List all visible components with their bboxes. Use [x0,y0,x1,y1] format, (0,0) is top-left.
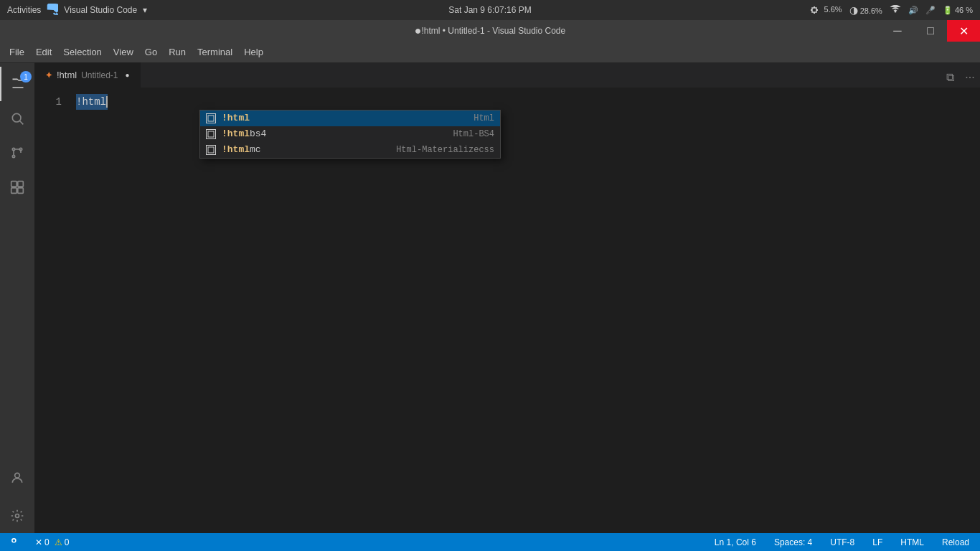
editor-area: ✦ !html Untitled-1 ● ⧉ ··· 1 !html [34,63,980,533]
system-bar: Activities Visual Studio Code ▾ Sat Jan … [0,0,980,20]
error-count: 0 [44,537,50,547]
wifi-icon [890,5,901,15]
svg-rect-18 [208,147,214,153]
menu-go[interactable]: Go [139,44,163,60]
microphone-icon: 🎤 [925,6,936,15]
svg-rect-2 [816,9,818,11]
autocomplete-match-html: !html [222,113,250,123]
autocomplete-match-htmlmc: !html [222,144,250,155]
svg-point-7 [12,148,14,150]
maximize-button[interactable]: □ [914,20,947,42]
svg-rect-17 [208,131,214,137]
autocomplete-icon-htmlbs4 [206,129,216,139]
editor-content[interactable]: 1 !html [34,88,980,533]
close-button[interactable]: ✕ [947,20,980,42]
reload-status[interactable]: Reload [938,533,973,551]
code-text: !html [76,94,106,110]
vscode-label[interactable]: Visual Studio Code [64,5,137,15]
activities-button[interactable]: Activities [7,5,41,15]
autocomplete-rest-htmlbs4: bs4 [250,128,266,139]
autocomplete-item-htmlbs4[interactable]: !htmlbs4 Html-BS4 [200,126,500,142]
menu-run[interactable]: Run [163,44,192,60]
menu-help[interactable]: Help [238,44,269,60]
tab-bar-extra: ⧉ ··· [940,67,980,88]
tab-filename: !html [57,70,77,80]
battery-icon: 🔋 46 % [943,6,973,15]
window-title: !html • Untitled-1 - Visual Studio Code [421,26,565,36]
spaces-status[interactable]: Spaces: 4 [771,533,816,551]
autocomplete-rest-htmlmc: mc [250,144,261,155]
autocomplete-desc-html: Html [473,110,494,126]
language-status[interactable]: HTML [897,533,928,551]
main-container: 1 [0,63,980,533]
svg-rect-12 [11,188,17,194]
error-icon: ✕ [35,537,42,547]
vscode-icon [47,4,58,17]
more-actions-button[interactable]: ··· [960,67,980,88]
activity-account[interactable] [0,461,34,495]
errors-status[interactable]: ✕ 0 ⚠ 0 [32,533,72,551]
menu-bar: File Edit Selection View Go Run Terminal… [0,42,980,63]
svg-rect-3 [814,6,815,8]
brightness: ◑ 28.6% [849,4,882,16]
code-line-1: !html [76,94,980,110]
volume-icon: 🔊 [908,6,918,15]
autocomplete-icon-htmlmc [206,145,216,155]
svg-rect-10 [11,182,17,187]
svg-point-9 [12,155,14,157]
line-ending-status[interactable]: LF [869,533,886,551]
text-cursor [106,96,108,108]
autocomplete-item-htmlmc[interactable]: !htmlmc Html-Materializecss [200,142,500,158]
status-bar-right: Ln 1, Col 6 Spaces: 4 UTF-8 LF HTML Relo… [711,533,973,551]
tab-modified-dot: ● [126,71,130,79]
menu-view[interactable]: View [108,44,139,60]
status-bar-left: ✕ 0 ⚠ 0 [7,533,72,551]
svg-rect-16 [208,116,214,121]
tab-subtitle: Untitled-1 [81,70,118,80]
autocomplete-item-html[interactable]: !html Html [200,110,500,126]
encoding-status[interactable]: UTF-8 [826,533,858,551]
menu-edit[interactable]: Edit [30,44,57,60]
line-numbers: 1 [34,88,70,533]
activity-files[interactable]: 1 [0,67,34,101]
code-area[interactable]: !html !html Ht [70,88,980,533]
title-bar-controls: ─ □ ✕ [881,20,980,42]
autocomplete-text-html: !html [222,110,468,126]
system-bar-left: Activities Visual Studio Code ▾ [7,4,147,17]
title-bar: ● !html • Untitled-1 - Visual Studio Cod… [0,20,980,42]
warning-count: 0 [65,537,70,547]
activity-settings[interactable] [0,499,34,533]
svg-point-14 [15,473,20,478]
svg-rect-4 [814,12,815,14]
system-bar-right: 5.6% ◑ 28.6% 🔊 🎤 🔋 46 % [809,4,973,16]
autocomplete-text-htmlbs4: !htmlbs4 [222,126,447,142]
git-branch-status[interactable] [7,533,24,551]
minimize-button[interactable]: ─ [881,20,914,42]
cursor-position-status[interactable]: Ln 1, Col 6 [711,533,760,551]
line-number-1: 1 [34,94,62,110]
tab-file-icon: ✦ [45,70,52,80]
menu-file[interactable]: File [4,44,30,60]
svg-rect-1 [811,9,812,11]
datetime: Sat Jan 9 6:07:16 PM [448,5,531,15]
autocomplete-desc-htmlmc: Html-Materializecss [396,142,494,158]
menu-selection[interactable]: Selection [57,44,107,60]
activity-extensions[interactable] [0,170,34,204]
editor-tab[interactable]: ✦ !html Untitled-1 ● [34,62,141,88]
cpu-usage: 5.6% [809,4,842,16]
svg-line-6 [20,121,24,125]
autocomplete-desc-htmlbs4: Html-BS4 [453,126,494,142]
svg-rect-0 [812,8,816,12]
menu-terminal[interactable]: Terminal [192,44,238,60]
activity-badge: 1 [20,71,32,83]
svg-point-15 [16,514,19,518]
code-text-highlighted: !html [76,94,108,110]
activity-search[interactable] [0,101,34,136]
activity-bar: 1 [0,63,34,533]
split-editor-button[interactable]: ⧉ [940,67,960,88]
autocomplete-icon-html [206,113,216,123]
activity-git[interactable] [0,136,34,170]
system-bar-center: Sat Jan 9 6:07:16 PM [448,5,531,15]
autocomplete-text-htmlmc: !htmlmc [222,142,390,158]
title-unsaved-dot: ● [415,24,422,37]
